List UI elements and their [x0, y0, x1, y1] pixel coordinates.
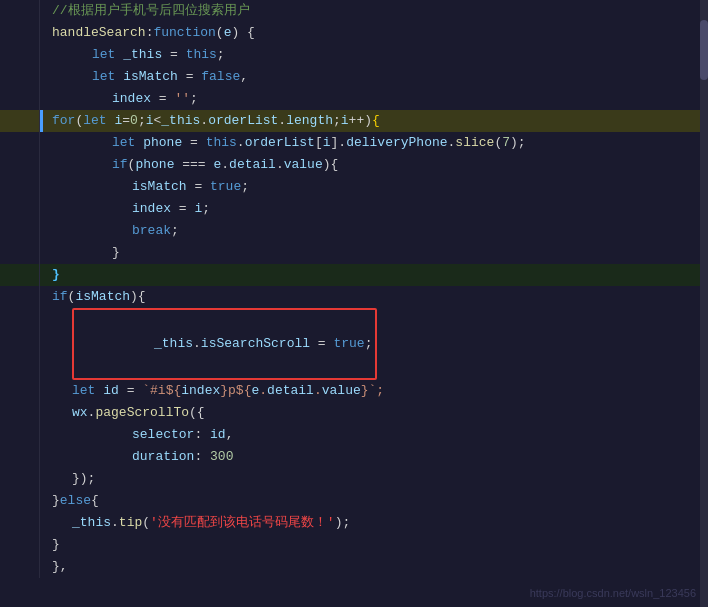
paren-token: ( — [216, 22, 224, 44]
code-line: _this.tip('没有匹配到该电话号码尾数！'); — [0, 512, 708, 534]
index-token: index — [132, 198, 171, 220]
code-line: break; — [0, 220, 708, 242]
line-content: selector: id, — [40, 424, 708, 446]
line-number — [0, 22, 40, 44]
if-token: if — [52, 286, 68, 308]
template-token: `#i${ — [142, 380, 181, 402]
line-number — [0, 132, 40, 154]
line-number — [0, 308, 40, 380]
length-token: length — [286, 110, 333, 132]
this-token: this — [186, 44, 217, 66]
this-token: this — [206, 132, 237, 154]
phone-token: phone — [143, 132, 182, 154]
semi2: ; — [333, 110, 341, 132]
this4-token: _this — [72, 512, 111, 534]
line-content: let id = `#i${index}p${e.detail.value}`; — [40, 380, 708, 402]
comma-token: , — [240, 66, 248, 88]
for-token: for — [52, 110, 75, 132]
line-content: isMatch = true; — [40, 176, 708, 198]
close-obj-token: }); — [72, 468, 95, 490]
duration-token: duration — [132, 446, 194, 468]
num300-token: 300 — [210, 446, 233, 468]
line-number — [0, 286, 40, 308]
scrollbar-thumb[interactable] — [700, 20, 708, 80]
i2-token: i — [146, 110, 154, 132]
scrollbar-vertical[interactable] — [700, 0, 708, 607]
value2-token: value — [322, 380, 361, 402]
tip-token: tip — [119, 512, 142, 534]
redbox-highlight: _this.isSearchScroll = true; — [72, 308, 377, 380]
let-token: let — [92, 66, 115, 88]
code-line: if(phone === e.detail.value){ — [0, 154, 708, 176]
line-content: //根据用户手机号后四位搜索用户 — [40, 0, 708, 22]
code-line: selector: id, — [0, 424, 708, 446]
line-number — [0, 468, 40, 490]
phone2-token: phone — [135, 154, 174, 176]
false-token: false — [201, 66, 240, 88]
code-line: let _this = this; — [0, 44, 708, 66]
true-token: true — [210, 176, 241, 198]
code-line: }else{ — [0, 490, 708, 512]
keyword-token: function — [153, 22, 215, 44]
line-number — [0, 44, 40, 66]
function-token: handleSearch — [52, 22, 146, 44]
line-number — [0, 424, 40, 446]
chinese-string-token: '没有匹配到该电话号码尾数！' — [150, 512, 335, 534]
slice-token: slice — [455, 132, 494, 154]
close-brace2-token: } — [52, 534, 60, 556]
eq-token: = — [162, 44, 185, 66]
line-content: }, — [40, 556, 708, 578]
close-brace-token: } — [52, 490, 60, 512]
space-token — [115, 66, 123, 88]
line-number — [0, 176, 40, 198]
line-number — [0, 490, 40, 512]
line-number — [0, 0, 40, 22]
paren-close-token: ) { — [231, 22, 254, 44]
line-content: handleSearch:function(e) { — [40, 22, 708, 44]
watermark: https://blog.csdn.net/wsln_123456 — [530, 587, 696, 599]
code-line: index = ''; — [0, 88, 708, 110]
line-number — [0, 242, 40, 264]
index2-token: index — [181, 380, 220, 402]
line-content: if(phone === e.detail.value){ — [40, 154, 708, 176]
num-token: 7 — [502, 132, 510, 154]
eq: = — [122, 110, 130, 132]
param-token: e — [224, 22, 232, 44]
code-line: index = i; — [0, 198, 708, 220]
semi-token: ; — [217, 44, 225, 66]
semi: ; — [138, 110, 146, 132]
eq-token: = — [151, 88, 174, 110]
line-content: } — [40, 242, 708, 264]
pagescrollto-token: pageScrollTo — [95, 402, 189, 424]
ismatch2-token: isMatch — [75, 286, 130, 308]
editor-container: //根据用户手机号后四位搜索用户 handleSearch:function(e… — [0, 0, 708, 607]
selector-token: selector — [132, 424, 194, 446]
paren-token: ( — [75, 110, 83, 132]
i-token: i — [323, 132, 331, 154]
line-number — [0, 446, 40, 468]
break-token: break — [132, 220, 171, 242]
line-content: if(isMatch){ — [40, 286, 708, 308]
close-brace-token: } — [52, 264, 60, 286]
value-token: value — [284, 154, 323, 176]
isSearchScroll-line: _this.isSearchScroll = true; — [0, 308, 708, 380]
code-line: handleSearch:function(e) { — [0, 22, 708, 44]
let-token: let — [92, 44, 115, 66]
line-number — [0, 556, 40, 578]
i3-token: i — [341, 110, 349, 132]
code-line: if(isMatch){ — [0, 286, 708, 308]
code-line: //根据用户手机号后四位搜索用户 — [0, 0, 708, 22]
line-content: for(let i=0;i<_this.orderList.length;i++… — [40, 110, 708, 132]
line-number — [0, 110, 40, 132]
line-number — [0, 88, 40, 110]
code-line: }); — [0, 468, 708, 490]
line-content: }); — [40, 468, 708, 490]
code-line: } — [0, 534, 708, 556]
line-content: index = i; — [40, 198, 708, 220]
code-line: let isMatch = false, — [0, 66, 708, 88]
dot1: . — [200, 110, 208, 132]
brace-token: { — [372, 110, 380, 132]
detail2-token: detail — [267, 380, 314, 402]
id-token: id — [103, 380, 119, 402]
num-token: 0 — [130, 110, 138, 132]
